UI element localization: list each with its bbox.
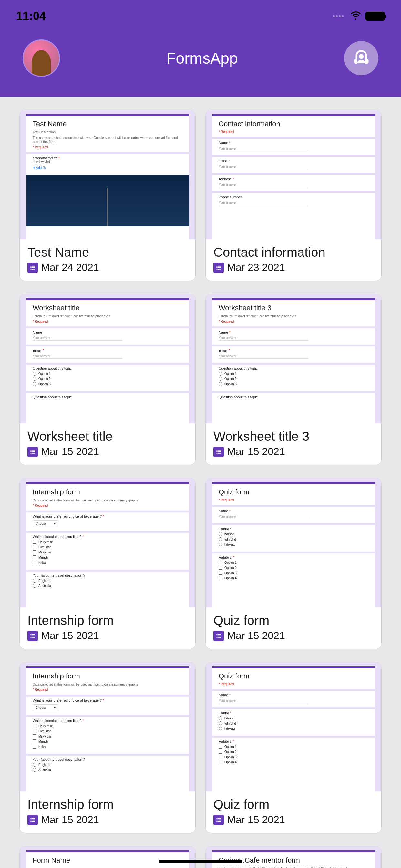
svg-rect-30 xyxy=(32,637,35,638)
svg-rect-27 xyxy=(30,635,31,636)
signal-icon xyxy=(333,15,343,17)
thumb-title: Contact information xyxy=(219,120,368,128)
svg-rect-32 xyxy=(218,634,220,635)
svg-rect-15 xyxy=(30,451,31,452)
form-card[interactable]: Form Name xyxy=(19,846,196,868)
svg-rect-18 xyxy=(32,453,35,454)
form-date: Mar 15 2021 xyxy=(41,445,99,458)
svg-rect-34 xyxy=(218,635,220,636)
thumb-title: Quiz form xyxy=(219,672,368,680)
form-card[interactable]: Quiz form * Required Name *Your answer H… xyxy=(205,662,382,833)
form-title: Test Name xyxy=(27,245,188,259)
form-card[interactable]: Test Name Test Description The name and … xyxy=(19,110,196,281)
thumb-title: Worksheet title 3 xyxy=(219,304,368,312)
forms-icon xyxy=(27,815,38,825)
form-thumbnail: Codess.Cafe mentor form Looking to conne… xyxy=(206,846,381,868)
svg-rect-16 xyxy=(32,451,35,452)
support-button[interactable] xyxy=(344,41,378,75)
svg-rect-11 xyxy=(216,269,217,270)
svg-rect-10 xyxy=(218,267,220,268)
svg-point-0 xyxy=(359,54,364,59)
svg-rect-41 xyxy=(30,821,31,822)
svg-rect-48 xyxy=(218,821,220,822)
svg-rect-28 xyxy=(32,635,35,636)
svg-rect-39 xyxy=(30,819,31,820)
svg-rect-6 xyxy=(32,269,35,270)
status-time: 11:04 xyxy=(16,9,46,23)
svg-rect-25 xyxy=(30,634,31,635)
form-card[interactable]: Internship form Data collected in this f… xyxy=(19,662,196,833)
svg-rect-37 xyxy=(30,818,31,819)
thumb-title: Internship form xyxy=(33,672,182,680)
form-date: Mar 23 2021 xyxy=(227,261,285,274)
form-card[interactable]: Quiz form * Required Name *Your answer H… xyxy=(205,478,382,649)
svg-rect-14 xyxy=(32,450,35,451)
form-date: Mar 15 2021 xyxy=(227,630,285,642)
form-title: Worksheet title 3 xyxy=(213,429,374,444)
form-card[interactable]: Worksheet title 3 Lorem ipsum dolor sit … xyxy=(205,294,382,465)
form-card[interactable]: Worksheet title Lorem ipsum dolor sit am… xyxy=(19,294,196,465)
form-date: Mar 15 2021 xyxy=(41,814,99,826)
svg-rect-21 xyxy=(216,451,217,452)
svg-rect-44 xyxy=(218,818,220,819)
svg-rect-17 xyxy=(30,453,31,454)
form-thumbnail: Contact information * Required Name *You… xyxy=(206,110,381,239)
svg-rect-8 xyxy=(218,266,220,267)
user-avatar[interactable] xyxy=(23,39,60,77)
svg-rect-35 xyxy=(216,637,217,638)
svg-rect-38 xyxy=(32,818,35,819)
svg-rect-22 xyxy=(218,451,220,452)
form-thumbnail: Internship form Data collected in this f… xyxy=(20,478,195,608)
forms-icon xyxy=(213,262,224,273)
svg-rect-31 xyxy=(216,634,217,635)
svg-rect-47 xyxy=(216,821,217,822)
svg-rect-36 xyxy=(218,637,220,638)
form-title: Internship form xyxy=(27,797,188,812)
forms-icon xyxy=(27,446,38,457)
form-thumbnail: Worksheet title 3 Lorem ipsum dolor sit … xyxy=(206,294,381,423)
svg-rect-7 xyxy=(216,266,217,267)
forms-icon xyxy=(213,631,224,641)
svg-rect-4 xyxy=(32,267,35,268)
form-title: Worksheet title xyxy=(27,429,188,444)
form-title: Contact information xyxy=(213,245,374,259)
form-card[interactable]: Internship form Data collected in this f… xyxy=(19,478,196,649)
form-date: Mar 24 2021 xyxy=(41,261,99,274)
required-label: * Required xyxy=(33,145,182,149)
form-title: Quiz form xyxy=(213,797,374,812)
form-title: Quiz form xyxy=(213,613,374,628)
forms-icon xyxy=(27,631,38,641)
svg-rect-3 xyxy=(30,267,31,268)
forms-grid: Test Name Test Description The name and … xyxy=(0,97,401,868)
svg-rect-26 xyxy=(32,634,35,635)
form-date: Mar 15 2021 xyxy=(41,630,99,642)
forms-icon xyxy=(213,446,224,457)
battery-icon xyxy=(366,11,385,21)
form-card[interactable]: Codess.Cafe mentor form Looking to conne… xyxy=(205,846,382,868)
form-date: Mar 15 2021 xyxy=(227,445,285,458)
svg-rect-1 xyxy=(30,266,31,267)
forms-icon xyxy=(213,815,224,825)
svg-rect-9 xyxy=(216,267,217,268)
svg-rect-45 xyxy=(216,819,217,820)
thumb-title: Quiz form xyxy=(219,488,368,496)
app-header: FormsApp xyxy=(0,32,401,97)
thumb-title: Worksheet title xyxy=(33,304,182,312)
form-card[interactable]: Contact information * Required Name *You… xyxy=(205,110,382,281)
status-icons xyxy=(333,10,385,23)
thumb-title: Test Name xyxy=(33,120,182,128)
status-bar: 11:04 xyxy=(0,0,401,32)
form-thumbnail: Quiz form * Required Name *Your answer H… xyxy=(206,478,381,608)
svg-rect-40 xyxy=(32,819,35,820)
svg-rect-46 xyxy=(218,819,220,820)
form-thumbnail: Form Name xyxy=(20,846,195,868)
form-thumbnail: Quiz form * Required Name *Your answer H… xyxy=(206,662,381,792)
thumb-image xyxy=(26,175,189,226)
wifi-icon xyxy=(350,10,362,23)
app-title: FormsApp xyxy=(166,50,238,67)
thumb-subtitle: Test Description xyxy=(33,130,182,134)
thumb-title: Internship form xyxy=(33,488,182,496)
home-indicator[interactable] xyxy=(158,860,243,863)
svg-rect-43 xyxy=(216,818,217,819)
svg-rect-33 xyxy=(216,635,217,636)
